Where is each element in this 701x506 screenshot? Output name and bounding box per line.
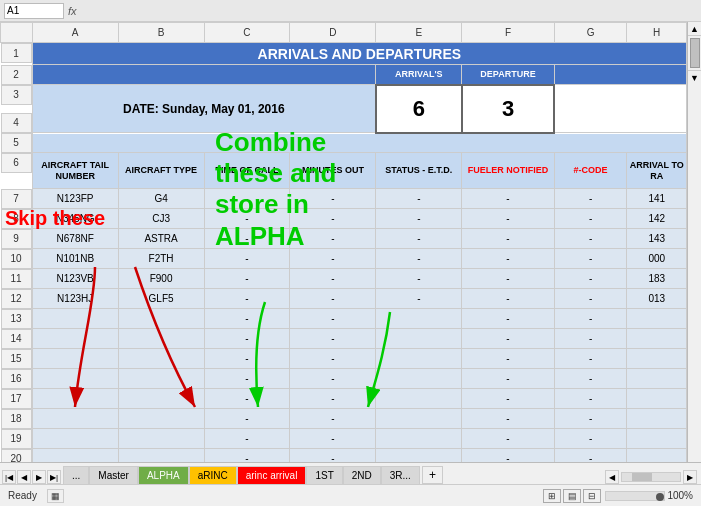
col-header-d[interactable]: D: [290, 23, 376, 43]
col-aircraft-tail: AIRCRAFT TAIL NUMBER: [32, 153, 118, 189]
bottom-area: |◀ ◀ ▶ ▶| ... Master ALPHA aRINC arinc a…: [0, 462, 701, 506]
col-minutes-out: MINUTES OUT: [290, 153, 376, 189]
row-num-1: 1: [1, 43, 32, 63]
col-header-h[interactable]: H: [627, 23, 687, 43]
sheet-tab-2nd[interactable]: 2ND: [343, 466, 381, 484]
table-row: 13 - - - -: [1, 309, 687, 329]
col-header-a[interactable]: A: [32, 23, 118, 43]
zoom-area: 100%: [605, 490, 693, 501]
departures-count: 3: [462, 85, 555, 133]
table-row: 12 N123HJ GLF5 - - - - - 013: [1, 289, 687, 309]
sheet-tab-alpha[interactable]: ALPHA: [138, 466, 189, 484]
col-header-c[interactable]: C: [204, 23, 290, 43]
tab-prev-button[interactable]: ◀: [17, 470, 31, 484]
status-left: Ready ▦: [8, 489, 64, 503]
scroll-up-button[interactable]: ▲: [688, 22, 701, 36]
tab-first-button[interactable]: |◀: [2, 470, 16, 484]
page-layout-button[interactable]: ▤: [563, 489, 581, 503]
table-row: 9 N678NF ASTRA - - - - - 143: [1, 229, 687, 249]
sheet-tab-master[interactable]: Master: [89, 466, 138, 484]
table-row: 11 N123VB F900 - - - - - 183: [1, 269, 687, 289]
col-header-b[interactable]: B: [118, 23, 204, 43]
horizontal-scrollbar[interactable]: [621, 472, 681, 482]
formula-bar: fx: [0, 0, 701, 22]
col-aircraft-type: AIRCRAFT TYPE: [118, 153, 204, 189]
col-header-e[interactable]: E: [376, 23, 462, 43]
view-buttons: ⊞ ▤ ⊟: [543, 489, 601, 503]
col-time-of-call: TIME OF CALL: [204, 153, 290, 189]
row-num-5: 5: [1, 133, 32, 153]
row-num-3: 3: [1, 85, 32, 105]
sheet-tab-3r[interactable]: 3R...: [381, 466, 420, 484]
table-row: 10 N101NB F2TH - - - - - 000: [1, 249, 687, 269]
sheet-tab-ellipsis[interactable]: ...: [63, 466, 89, 484]
status-bar: Ready ▦ ⊞ ▤ ⊟ 100%: [0, 484, 701, 506]
zoom-label: 100%: [667, 490, 693, 501]
zoom-slider[interactable]: [605, 491, 665, 501]
col-header-g[interactable]: G: [554, 23, 627, 43]
table-row: 19 - - - -: [1, 429, 687, 449]
row-num-2: 2: [1, 65, 32, 85]
col-fueler: FUELER NOTIFIED: [462, 153, 555, 189]
vertical-scrollbar[interactable]: ▲ ▼: [687, 22, 701, 462]
cell-a1: ARRIVALS AND DEPARTURES: [32, 43, 686, 65]
corner-cell: [1, 23, 33, 43]
col-arrival-to-ra: ARRIVAL TO RA: [627, 153, 687, 189]
sheet-tab-arinc[interactable]: aRINC: [189, 466, 237, 484]
cell-f2: DEPARTURE: [462, 65, 555, 85]
scroll-thumb[interactable]: [690, 38, 700, 68]
col-status-etd: STATUS - E.T.D.: [376, 153, 462, 189]
tab-next-button[interactable]: ▶: [32, 470, 46, 484]
tab-last-button[interactable]: ▶|: [47, 470, 61, 484]
table-row: 16 - - - -: [1, 369, 687, 389]
arrivals-count: 6: [376, 85, 462, 133]
scroll-right-button[interactable]: ▶: [683, 470, 697, 484]
table-row: 18 - - - -: [1, 409, 687, 429]
table-row: 20 - - - -: [1, 449, 687, 463]
table-row: 17 - - - -: [1, 389, 687, 409]
tab-nav-area: |◀ ◀ ▶ ▶|: [0, 468, 63, 484]
table-row: 15 - - - -: [1, 349, 687, 369]
horizontal-scroll-area: ◀ ▶: [605, 470, 697, 484]
row-num-6: 6: [1, 153, 32, 173]
scroll-down-button[interactable]: ▼: [688, 70, 701, 84]
table-row: 8 N345NG CJ3 - - - - - 142: [1, 209, 687, 229]
ready-label: Ready: [8, 490, 37, 501]
table-row: 7 N123FP G4 - - - - - 141: [1, 189, 687, 209]
normal-view-button[interactable]: ⊞: [543, 489, 561, 503]
col-header-f[interactable]: F: [462, 23, 555, 43]
col-hcode: #-CODE: [554, 153, 627, 189]
fx-label: fx: [68, 5, 77, 17]
cell-g3: [554, 85, 686, 133]
name-box[interactable]: [4, 3, 64, 19]
cell-a5: [32, 133, 686, 153]
h-scroll-thumb[interactable]: [632, 473, 652, 481]
sheet-tab-arinc-arrival[interactable]: arinc arrival: [237, 466, 307, 484]
table-row: 14 - - - -: [1, 329, 687, 349]
spreadsheet-grid: A B C D E F G H 1 ARRIVALS AND DEPARTURE…: [0, 22, 687, 462]
cell-date: DATE: Sunday, May 01, 2016: [32, 85, 376, 133]
cell-mode-icon: ▦: [47, 489, 64, 503]
cell-e2: ARRIVAL'S: [376, 65, 462, 85]
page-break-button[interactable]: ⊟: [583, 489, 601, 503]
row-num-4: 4: [1, 113, 32, 133]
cell-a2: [32, 65, 376, 85]
status-right: ⊞ ▤ ⊟ 100%: [543, 489, 693, 503]
new-sheet-button[interactable]: +: [422, 466, 443, 484]
scroll-left-button[interactable]: ◀: [605, 470, 619, 484]
cell-g2: [554, 65, 686, 85]
sheet-tab-1st[interactable]: 1ST: [306, 466, 342, 484]
zoom-thumb[interactable]: [656, 493, 664, 501]
